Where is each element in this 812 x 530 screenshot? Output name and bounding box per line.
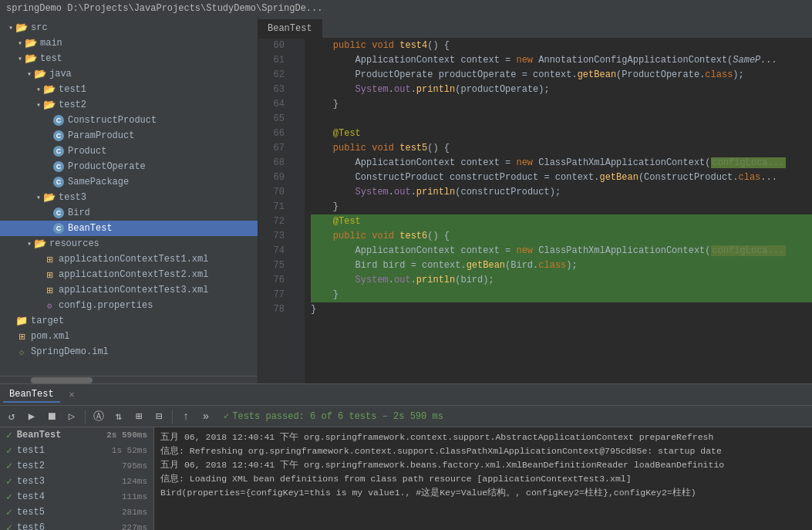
stop-button[interactable]: ⏹ [43,408,60,425]
test-item-test6[interactable]: ✓test6227ms [0,520,153,530]
test-status: ✓ Tests passed: 6 of 6 tests – 2s 590 ms [224,410,443,422]
line-number: 61 [258,53,285,68]
sidebar-item-resources[interactable]: ▾📂resources [0,236,258,251]
test-item-label: test4 [17,491,45,502]
chevron-icon: ▾ [34,85,43,94]
collapse-button[interactable]: ⊟ [150,408,167,425]
test-item-time: 2s 590ms [106,430,147,440]
editor-tab-beantest[interactable]: BeanTest [258,19,322,38]
expand-button[interactable]: ⊞ [130,408,147,425]
folder-icon: 📂 [43,83,56,96]
sidebar-item-SamePackage[interactable]: CSamePackage [0,174,258,190]
more-button[interactable]: » [197,408,214,425]
status-text: Tests passed: 6 of 6 tests – 2s 590 ms [232,411,443,422]
editor-tab-label: BeanTest [268,23,312,34]
tree-item-label: test1 [59,84,86,95]
code-line: public void test6() { [311,229,812,244]
console-line: 信息: Loading XML bean definitions from cl… [160,472,806,486]
sidebar-item-ProductOperate[interactable]: CProductOperate [0,159,258,174]
sidebar-item-test3[interactable]: ▾📂test3 [0,190,258,205]
test-tab-close[interactable]: ✕ [69,389,75,400]
sidebar-item-ParamProduct[interactable]: CParamProduct [0,128,258,143]
line-number: 78 [258,302,285,317]
sort-alpha-button[interactable]: Ⓐ [90,408,107,425]
sidebar-item-test[interactable]: ▾📂test [0,51,258,66]
sidebar-item-appCtx2[interactable]: ⊞applicationContextTest2.xml [0,267,258,282]
test-item-label: BeanTest [17,430,62,441]
run-selected-button[interactable]: ▷ [63,408,80,425]
xml-icon: ⊞ [43,284,56,296]
test-item-test5[interactable]: ✓test5281ms [0,505,153,520]
test-item-label: test1 [17,445,45,456]
sidebar-item-appCtx3[interactable]: ⊞applicationContextTest3.xml [0,282,258,298]
code-line: public void test5() { [311,141,812,156]
code-line: } [311,302,812,317]
line-number: 68 [258,156,285,170]
sidebar-item-config[interactable]: ⚙config.properties [0,298,258,313]
line-number: 74 [258,244,285,258]
console-line: 五月 06, 2018 12:40:41 下午 org.springframew… [160,430,806,444]
test-check-icon: ✓ [6,506,12,518]
run-button[interactable]: ▶ [23,408,40,425]
sidebar-item-Bird[interactable]: CBird [0,205,258,221]
gutter [289,39,305,383]
code-line: System.out.println(constructProduct); [311,185,812,200]
test-item-test2[interactable]: ✓test2795ms [0,458,153,474]
editor-tabs: BeanTest [258,17,812,39]
tree-item-label: target [31,316,64,326]
folder-icon: 📂 [43,191,56,204]
tree-item-label: config.properties [59,300,153,311]
sidebar-scroll-thumb[interactable] [31,377,93,383]
sidebar-item-springdemo[interactable]: ◇SpringDemo.iml [0,344,258,360]
folder-icon: 📂 [15,22,28,34]
sidebar-item-main[interactable]: ▾📂main [0,35,258,51]
line-number: 64 [258,97,285,112]
sort-button[interactable]: ⇅ [110,408,127,425]
separator1 [85,410,86,424]
class-icon: C [52,222,65,235]
line-number: 60 [258,39,285,53]
test-toolbar: ↺ ▶ ⏹ ▷ Ⓐ ⇅ ⊞ ⊟ ↑ » ✓ Tests passed: 6 of… [0,406,812,427]
line-number: 71 [258,200,285,214]
class-icon: C [52,130,65,142]
line-number: 76 [258,273,285,288]
test-item-test3[interactable]: ✓test3124ms [0,474,153,489]
scroll-up-button[interactable]: ↑ [177,408,194,425]
sidebar-item-appCtx1[interactable]: ⊞applicationContextTest1.xml [0,251,258,267]
tree-item-label: BeanTest [68,223,113,234]
test-item-time: 795ms [122,461,147,471]
test-item-label: test5 [17,507,45,518]
console-line: Bird(properties={configKey1=this is my v… [160,486,806,500]
class-icon: C [52,176,65,188]
sidebar-item-target[interactable]: 📁target [0,313,258,329]
sidebar-item-Product[interactable]: CProduct [0,143,258,159]
test-tab-beantest[interactable]: BeanTest [3,387,60,403]
sidebar-item-test1[interactable]: ▾📂test1 [0,82,258,97]
code-line: } [311,97,812,112]
code-line: ProductOperate productOperate = context.… [311,68,812,83]
line-number: 75 [258,258,285,273]
line-number: 67 [258,141,285,156]
sidebar-scrollbar[interactable] [0,376,258,383]
test-item-test4[interactable]: ✓test4111ms [0,489,153,505]
test-item-beantest[interactable]: ✓BeanTest2s 590ms [0,427,153,443]
code-content[interactable]: public void test4() { ApplicationContext… [305,39,812,383]
xml-icon: ⊞ [43,253,56,265]
xml-icon: ⊞ [15,330,28,343]
sidebar-item-java[interactable]: ▾📂java [0,66,258,82]
line-number: 62 [258,68,285,83]
test-check-icon: ✓ [6,475,12,488]
console-output: 五月 06, 2018 12:40:41 下午 org.springframew… [154,427,812,530]
test-item-test1[interactable]: ✓test11s 52ms [0,443,153,458]
sidebar-item-ConstructProduct[interactable]: CConstructProduct [0,113,258,128]
code-area[interactable]: 60616263646566676869707172737475767778 p… [258,39,812,383]
sidebar-item-pom[interactable]: ⊞pom.xml [0,329,258,344]
class-icon: C [52,145,65,157]
sidebar-item-test2[interactable]: ▾📂test2 [0,97,258,113]
sidebar-item-src[interactable]: ▾📂src [0,20,258,35]
sidebar-item-BeanTest[interactable]: CBeanTest [0,221,258,236]
folder-icon: 📂 [25,37,37,49]
code-line: } [311,288,812,302]
class-icon: C [52,114,65,127]
rerun-button[interactable]: ↺ [3,408,20,425]
